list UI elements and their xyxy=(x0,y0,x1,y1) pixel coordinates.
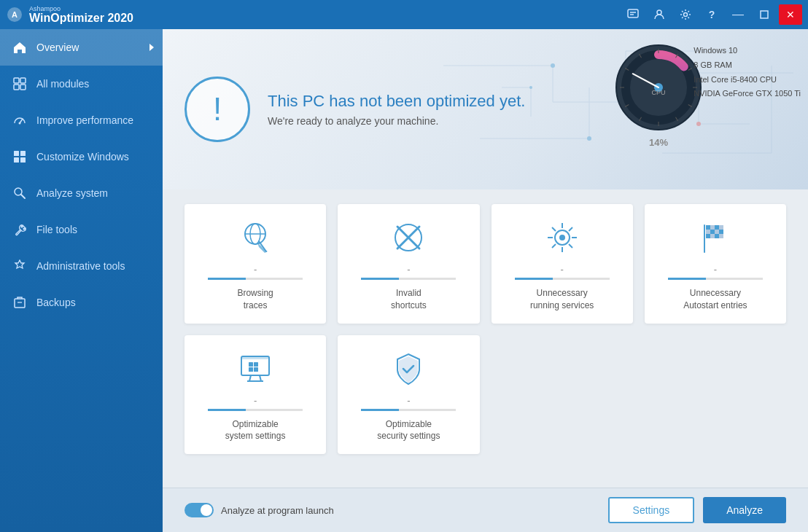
help-button[interactable]: ? xyxy=(700,4,723,25)
sidebar-item-customize-windows[interactable]: Customize Windows xyxy=(0,138,163,175)
hero-text: This PC has not been optimized yet. We'r… xyxy=(268,92,525,127)
svg-rect-86 xyxy=(715,234,719,238)
hero-alert-icon: ! xyxy=(184,77,250,142)
svg-point-13 xyxy=(19,122,21,125)
system-settings-value: - xyxy=(254,395,257,406)
svg-rect-85 xyxy=(710,234,715,238)
svg-line-91 xyxy=(249,375,251,381)
analyze-button[interactable]: Analyze xyxy=(703,497,786,523)
svg-line-19 xyxy=(21,195,25,198)
svg-rect-87 xyxy=(719,234,723,238)
analyze-launch-toggle[interactable] xyxy=(184,503,214,517)
windows-icon xyxy=(12,149,28,165)
sidebar-item-file-tools[interactable]: File tools xyxy=(0,211,163,248)
module-security-settings[interactable]: - Optimizablesecurity settings xyxy=(338,335,479,455)
browsing-traces-icon xyxy=(236,219,274,257)
module-invalid-shortcuts[interactable]: - Invalidshortcuts xyxy=(338,204,479,324)
svg-point-33 xyxy=(587,136,591,141)
close-button[interactable]: ✕ xyxy=(779,4,802,25)
module-grid-row1: - Browsingtraces - Invalids xyxy=(184,204,786,324)
sidebar-label-administrative-tools: Administrative tools xyxy=(36,260,125,272)
cpu-info: Intel Core i5-8400 CPU xyxy=(694,73,801,87)
browsing-traces-bar xyxy=(208,278,303,280)
minimize-button[interactable]: — xyxy=(726,4,750,25)
module-system-settings[interactable]: - Optimizablesystem settings xyxy=(184,335,326,455)
sidebar: Overview All modules Improve performance… xyxy=(0,29,163,532)
svg-point-6 xyxy=(684,13,688,17)
wrench-icon xyxy=(12,222,28,238)
svg-rect-78 xyxy=(715,225,719,230)
autostart-label: UnnecessaryAutostart entries xyxy=(683,287,747,312)
ram-info: 8 GB RAM xyxy=(694,58,801,73)
sidebar-item-improve-performance[interactable]: Improve performance xyxy=(0,102,163,138)
svg-rect-14 xyxy=(14,151,19,156)
chat-button[interactable] xyxy=(621,4,645,25)
sidebar-item-analyze-system[interactable]: Analyze system xyxy=(0,175,163,211)
svg-line-74 xyxy=(569,227,572,231)
svg-rect-8 xyxy=(14,78,19,83)
content-area: ! This PC has not been optimized yet. We… xyxy=(163,29,808,532)
svg-rect-79 xyxy=(719,225,723,230)
svg-rect-80 xyxy=(706,230,710,234)
module-running-services[interactable]: - Unnecessaryrunning services xyxy=(492,204,633,324)
svg-rect-76 xyxy=(706,225,710,230)
settings-button[interactable]: Settings xyxy=(608,497,695,523)
svg-rect-82 xyxy=(715,230,719,234)
grid-icon xyxy=(12,76,28,92)
autostart-bar xyxy=(668,278,763,280)
svg-rect-7 xyxy=(761,11,768,18)
app-logo-icon: A xyxy=(6,6,23,23)
svg-point-67 xyxy=(559,235,565,240)
svg-rect-11 xyxy=(20,85,26,90)
os-info: Windows 10 xyxy=(694,44,801,58)
autostart-value: - xyxy=(714,264,717,275)
settings-button[interactable] xyxy=(674,4,697,25)
browsing-traces-value: - xyxy=(254,264,257,275)
svg-text:CPU: CPU xyxy=(651,89,665,96)
running-services-bar xyxy=(515,278,610,280)
restore-button[interactable] xyxy=(753,4,776,25)
sidebar-item-all-modules[interactable]: All modules xyxy=(0,66,163,102)
module-autostart[interactable]: - UnnecessaryAutostart entries xyxy=(645,204,786,324)
app-title: WinOptimizer 2020 xyxy=(29,12,133,24)
autostart-icon xyxy=(696,219,734,257)
system-info: Windows 10 8 GB RAM Intel Core i5-8400 C… xyxy=(694,44,801,101)
sidebar-item-backups[interactable]: Backups xyxy=(0,284,163,321)
system-settings-label: Optimizablesystem settings xyxy=(225,418,286,443)
svg-point-5 xyxy=(657,10,661,15)
svg-rect-96 xyxy=(249,367,253,372)
security-settings-icon xyxy=(389,350,427,388)
browsing-traces-label: Browsingtraces xyxy=(237,287,273,312)
module-area: - Browsingtraces - Invalids xyxy=(163,189,808,488)
svg-line-75 xyxy=(552,244,556,248)
invalid-shortcuts-value: - xyxy=(407,264,410,275)
svg-line-73 xyxy=(569,244,572,248)
hero-title: This PC has not been optimized yet. xyxy=(268,92,525,111)
sidebar-label-backups: Backups xyxy=(36,297,76,308)
svg-rect-17 xyxy=(20,157,26,163)
magnify-icon xyxy=(12,185,28,201)
sidebar-label-file-tools: File tools xyxy=(36,224,77,235)
backup-icon xyxy=(12,294,28,310)
system-settings-icon xyxy=(236,350,274,388)
admin-icon xyxy=(12,258,28,274)
system-settings-bar xyxy=(208,409,303,411)
svg-point-31 xyxy=(551,63,555,68)
footer-left: Analyze at program launch xyxy=(184,503,334,517)
titlebar-controls: ? — ✕ xyxy=(621,4,802,25)
svg-rect-97 xyxy=(254,367,258,372)
invalid-shortcuts-icon xyxy=(389,219,427,257)
analyze-launch-label: Analyze at program launch xyxy=(221,505,334,516)
svg-rect-94 xyxy=(249,362,253,367)
profile-button[interactable] xyxy=(648,4,671,25)
sidebar-label-improve-performance: Improve performance xyxy=(36,114,133,126)
running-services-icon xyxy=(543,219,581,257)
main-container: Overview All modules Improve performance… xyxy=(0,29,808,532)
sidebar-item-overview[interactable]: Overview xyxy=(0,29,163,66)
sidebar-item-administrative-tools[interactable]: Administrative tools xyxy=(0,248,163,284)
svg-text:A: A xyxy=(12,10,18,19)
module-browsing-traces[interactable]: - Browsingtraces xyxy=(184,204,326,324)
svg-line-92 xyxy=(260,375,261,381)
gauge-svg: CPU xyxy=(611,40,706,135)
running-services-value: - xyxy=(560,264,563,275)
